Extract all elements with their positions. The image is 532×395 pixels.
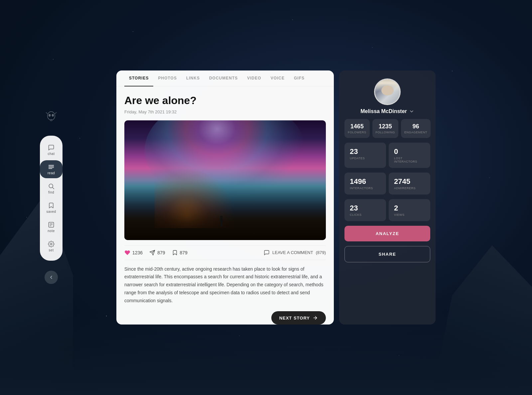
person-silhouette <box>219 215 224 230</box>
stat-following[interactable]: 1235 FOLLOWING <box>372 119 399 138</box>
like-action[interactable]: 1236 <box>124 250 143 256</box>
tab-documents[interactable]: DOCUMENTS <box>204 70 242 86</box>
followers-value: 1465 <box>348 123 366 130</box>
sidebar-item-chat[interactable]: chat <box>40 141 63 159</box>
heart-icon <box>124 250 130 256</box>
story-image <box>124 120 326 240</box>
saved-icon <box>48 202 55 209</box>
story-text: Since the mid-20th century, active ongoi… <box>124 265 326 305</box>
clicks-label: CLICKS <box>350 213 381 216</box>
stat-updates[interactable]: 23 UPDATES <box>344 143 386 168</box>
sidebar-item-chat-label: chat <box>48 152 55 156</box>
stat-followers[interactable]: 1465 FOLOWERS <box>344 119 370 138</box>
like-count: 1236 <box>132 250 143 255</box>
back-arrow-icon <box>49 275 54 280</box>
stats-row-2: 23 UPDATES 0 LOST INTERACTORS <box>344 143 430 168</box>
stats-row-4: 23 CLICKS 2 VIEWS <box>344 199 430 221</box>
logo-area <box>45 111 58 126</box>
chevron-down-icon <box>409 109 414 114</box>
avatar-face <box>381 85 394 95</box>
admirerers-value: 2745 <box>394 177 425 186</box>
sidebar-item-saved-label: saved <box>46 210 56 213</box>
svg-line-3 <box>46 112 48 114</box>
svg-rect-23 <box>221 222 222 227</box>
note-icon <box>48 221 55 228</box>
bookmark-action[interactable]: 879 <box>172 250 188 256</box>
sidebar-item-note[interactable]: note <box>40 218 63 236</box>
back-button[interactable] <box>45 271 58 284</box>
clicks-value: 23 <box>350 204 381 212</box>
stat-admirerers[interactable]: 2745 ADMIRERERS <box>389 173 430 195</box>
comment-label: LEAVE A COMMENT <box>272 250 313 255</box>
galaxy-bottom <box>124 180 326 240</box>
tab-stories[interactable]: STORIES <box>124 70 153 86</box>
main-content: STORIES PHOTOS LINKS DOCUMENTS VIDEO VOI… <box>116 70 436 325</box>
svg-point-2 <box>52 114 54 117</box>
stat-views[interactable]: 2 VIEWS <box>389 199 430 221</box>
stat-interactors[interactable]: 1496 INTERACTORS <box>344 173 386 195</box>
action-group: 1236 879 <box>124 250 264 256</box>
main-layout: chat read find <box>0 0 532 395</box>
views-label: VIEWS <box>394 213 425 216</box>
svg-rect-20 <box>220 218 221 222</box>
svg-point-17 <box>51 243 52 245</box>
next-story-button[interactable]: NEXT STORY <box>271 311 326 325</box>
profile-name-text: Melissa McDinster <box>360 108 407 114</box>
tab-voice[interactable]: VOICE <box>266 70 289 86</box>
leave-comment-button[interactable]: LEAVE A COMMENT (879) <box>264 250 326 256</box>
profile-panel: Melissa McDinster 1465 FOLOWERS 1235 FOL… <box>339 70 436 325</box>
stat-engagement[interactable]: 96 ENGAGEMENT <box>401 119 431 138</box>
find-icon <box>48 183 55 190</box>
engagement-label: ENGAGEMENT <box>404 131 427 134</box>
comment-count: (879) <box>316 250 326 255</box>
content-panel: STORIES PHOTOS LINKS DOCUMENTS VIDEO VOI… <box>116 70 334 325</box>
share-icon <box>149 250 155 256</box>
lost-interactors-value: 0 <box>394 147 425 156</box>
profile-name-button[interactable]: Melissa McDinster <box>360 108 414 114</box>
sidebar-item-set-label: set <box>49 248 54 252</box>
sidebar-item-saved[interactable]: saved <box>40 199 63 217</box>
svg-rect-22 <box>220 222 221 227</box>
set-icon <box>48 241 55 247</box>
updates-value: 23 <box>350 147 381 156</box>
chat-icon <box>48 144 55 151</box>
tab-video[interactable]: VIDEO <box>242 70 266 86</box>
stats-row-3: 1496 INTERACTORS 2745 ADMIRERERS <box>344 173 430 195</box>
followers-label: FOLOWERS <box>348 131 366 134</box>
interactors-label: INTERACTORS <box>350 187 381 190</box>
sidebar-item-find[interactable]: find <box>40 180 63 198</box>
views-value: 2 <box>394 204 425 212</box>
bookmark-count: 879 <box>180 250 188 255</box>
engagement-value: 96 <box>404 123 427 130</box>
interactors-value: 1496 <box>350 177 381 186</box>
share-button[interactable]: SHARE <box>344 246 430 262</box>
sidebar-item-find-label: find <box>48 191 54 194</box>
svg-line-4 <box>55 112 57 114</box>
analyze-button[interactable]: ANALYZE <box>344 226 430 241</box>
story-date: Friday, May 7th 2021 19:32 <box>124 109 326 114</box>
following-value: 1235 <box>376 123 395 130</box>
sidebar-item-read[interactable]: read <box>40 160 63 178</box>
svg-point-1 <box>49 114 51 117</box>
stat-clicks[interactable]: 23 CLICKS <box>344 199 386 221</box>
next-story-container: NEXT STORY <box>124 311 326 313</box>
alien-logo-icon <box>45 111 58 124</box>
content-body: Are we alone? Friday, May 7th 2021 19:32 <box>116 86 334 320</box>
action-bar: 1236 879 <box>124 245 326 260</box>
share-count: 879 <box>157 250 165 255</box>
svg-line-12 <box>53 188 54 189</box>
stat-lost-interactors[interactable]: 0 LOST INTERACTORS <box>389 143 430 168</box>
tab-photos[interactable]: PHOTOS <box>153 70 181 86</box>
tab-gifs[interactable]: GIFS <box>289 70 309 86</box>
admirerers-label: ADMIRERERS <box>394 187 425 190</box>
tab-links[interactable]: LINKS <box>182 70 204 86</box>
nav-pill: chat read find <box>40 136 63 261</box>
next-story-label: NEXT STORY <box>279 316 310 321</box>
content-tabs: STORIES PHOTOS LINKS DOCUMENTS VIDEO VOI… <box>116 70 334 86</box>
sidebar-item-note-label: note <box>48 229 55 233</box>
share-action[interactable]: 879 <box>149 250 165 256</box>
sidebar-item-set[interactable]: set <box>40 237 63 255</box>
avatar-inner <box>375 79 400 104</box>
following-label: FOLLOWING <box>376 131 395 134</box>
bookmark-icon <box>172 250 178 256</box>
